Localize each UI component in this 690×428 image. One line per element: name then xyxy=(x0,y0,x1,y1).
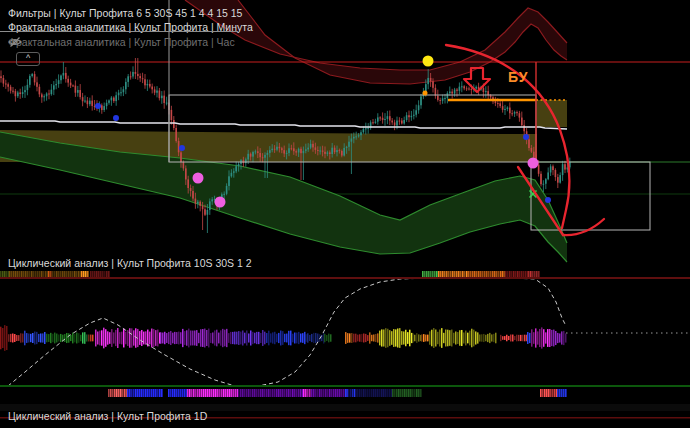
breakeven-label[interactable]: БУ xyxy=(508,69,528,85)
legend-filters[interactable]: Фильтры | Культ Профита 6 5 30S 45 1 4 4… xyxy=(8,7,242,19)
cyclic-panel-title[interactable]: Циклический анализ | Культ Профита 10S 3… xyxy=(8,257,252,269)
daily-panel-title[interactable]: Циклический анализ | Культ Профита 1D xyxy=(8,410,207,422)
legend-divider xyxy=(0,31,238,32)
down-arrow-drawing[interactable] xyxy=(464,68,490,92)
trading-app-window: Фильтры | Культ Профита 6 5 30S 45 1 4 4… xyxy=(0,0,690,428)
drawing-annotations xyxy=(0,0,690,428)
legend-fractal-hour-label: Фрактальная аналитика | Культ Профита | … xyxy=(8,36,235,48)
legend-collapse-button[interactable]: ^ xyxy=(16,52,40,66)
legend-fractal-hour[interactable]: Фрактальная аналитика | Культ Профита | … xyxy=(8,36,242,48)
